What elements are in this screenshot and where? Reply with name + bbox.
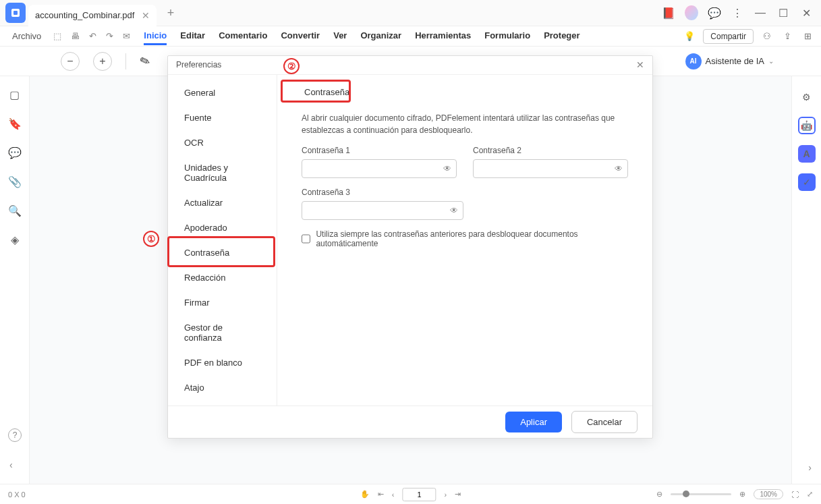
highlighter-icon[interactable]: ✎ [138,53,152,70]
cancel-button[interactable]: Cancelar [571,411,638,433]
comment-panel-icon[interactable]: 💬 [8,146,22,159]
password-2-input[interactable] [473,159,628,178]
zoom-out-status-icon[interactable]: ⊖ [656,490,662,499]
eye-icon[interactable]: 👁 [443,164,451,173]
nav-left-chevron[interactable]: ‹ [9,459,13,470]
prev-page-icon[interactable]: ‹ [392,491,395,499]
fit-width-icon[interactable]: ⛶ [791,491,799,499]
first-page-icon[interactable]: ⇤ [378,490,384,499]
tab-herramientas[interactable]: Herramientas [415,28,471,45]
undo-icon[interactable]: ↶ [89,31,96,41]
auto-unlock-label: Utiliza siempre las contraseñas anterior… [316,229,628,248]
window-controls: 📕 💬 ⋮ — ☐ ✕ [662,6,821,20]
pref-contrasena[interactable]: Contraseña [168,240,277,265]
canvas-size-label: 0 X 0 [8,491,26,499]
zoom-out-button[interactable]: − [61,52,80,71]
tab-inicio[interactable]: Inicio [144,28,167,45]
tab-ver[interactable]: Ver [333,28,347,45]
pref-pdf-blanco[interactable]: PDF en blanco [168,350,277,375]
dialog-footer: Aplicar Cancelar [168,405,652,438]
close-window-icon[interactable]: ✕ [799,6,813,20]
nav-right-chevron[interactable]: › [808,462,812,473]
page-icon[interactable]: ▢ [9,88,20,101]
new-tab-button[interactable]: + [161,3,181,23]
dialog-content: Contraseña Al abrir cualquier documento … [277,75,652,405]
help-button[interactable]: ? [8,428,22,442]
cloud-upload-icon[interactable]: ⇪ [781,30,794,43]
layers-icon[interactable]: ◈ [11,233,19,246]
grid-icon[interactable]: ⊞ [801,30,814,43]
dialog-header: Preferencias ✕ [168,56,652,75]
tab-formulario[interactable]: Formulario [484,28,530,45]
pref-ocr[interactable]: OCR [168,130,277,155]
search-icon[interactable]: 🔍 [8,204,22,217]
pref-unidades[interactable]: Unidades y Cuadrícula [168,155,277,190]
tab-organizar[interactable]: Organizar [360,28,401,45]
last-page-icon[interactable]: ⇥ [455,490,461,499]
attachment-icon[interactable]: 📎 [8,175,22,188]
sidebar-left: ▢ 🔖 💬 📎 🔍 ◈ [0,76,30,484]
mail-icon[interactable]: ✉ [123,31,130,41]
zoom-percent-label[interactable]: 100% [754,489,783,499]
svg-rect-1 [13,11,18,15]
zoom-in-status-icon[interactable]: ⊕ [739,490,745,499]
print-icon[interactable]: 🖶 [71,31,80,41]
password-1-field: Contraseña 1 👁 [302,146,457,178]
pref-firmar[interactable]: Firmar [168,290,277,315]
pref-redaccion[interactable]: Redacción [168,265,277,290]
lightbulb-icon[interactable]: 💡 [683,30,696,43]
bookmark-icon[interactable]: 🔖 [8,117,22,130]
tab-editar[interactable]: Editar [180,28,205,45]
minimize-icon[interactable]: — [754,6,767,20]
password-1-input[interactable] [302,159,457,178]
sliders-icon[interactable]: ⚙ [798,88,816,106]
dialog-title: Preferencias [176,60,221,69]
pref-gestor[interactable]: Gestor de confianza [168,315,277,350]
more-icon[interactable]: ⋮ [731,6,744,20]
book-icon[interactable]: 📕 [662,6,675,20]
share-button[interactable]: Compartir [703,29,754,44]
ai-panel-icon[interactable]: A [798,145,816,163]
page-number-input[interactable] [403,488,436,501]
quick-toolbar: ⬚ 🖶 ↶ ↷ ✉ [53,31,130,41]
document-tab[interactable]: accounting_Combinar.pdf ✕ [28,5,157,26]
next-page-icon[interactable]: › [445,491,447,499]
menu-right: 💡 Compartir ⚇ ⇪ ⊞ [683,29,814,44]
menu-archivo[interactable]: Archivo [7,28,47,44]
pref-actualizar[interactable]: Actualizar [168,190,277,215]
eye-icon[interactable]: 👁 [450,206,458,215]
zoom-in-button[interactable]: + [93,52,112,71]
tab-comentario[interactable]: Comentario [219,28,267,45]
pref-fuente[interactable]: Fuente [168,105,277,130]
auto-unlock-checkbox[interactable] [302,234,310,244]
ai-badge-icon: AI [685,53,702,69]
open-icon[interactable]: ⬚ [53,31,61,41]
avatar-icon[interactable] [685,6,698,20]
zoom-slider[interactable] [671,493,731,495]
eye-icon[interactable]: 👁 [615,164,623,173]
redo-icon[interactable]: ↷ [106,31,113,41]
menubar: Archivo ⬚ 🖶 ↶ ↷ ✉ Inicio Editar Comentar… [0,26,821,47]
pref-general[interactable]: General [168,80,277,105]
maximize-icon[interactable]: ☐ [776,6,790,20]
password-2-label: Contraseña 2 [473,146,628,155]
apply-button[interactable]: Aplicar [505,412,562,432]
chat-icon[interactable]: 💬 [708,6,721,20]
tab-convertir[interactable]: Convertir [281,28,320,45]
dialog-close-icon[interactable]: ✕ [636,59,644,70]
pref-atajo[interactable]: Atajo [168,375,277,400]
fullscreen-icon[interactable]: ⤢ [807,490,813,499]
check-icon[interactable]: ✓ [798,173,816,191]
pref-apoderado[interactable]: Apoderado [168,215,277,240]
zoom-controls: ⊖ ⊕ 100% ⛶ ⤢ [656,489,813,499]
connect-icon[interactable]: ⚇ [760,30,774,43]
password-3-input[interactable] [302,201,463,220]
sidebar-right: ⚙ 🤖 A ✓ [791,76,821,484]
robot-face-icon[interactable]: 🤖 [798,117,816,134]
hand-tool-icon[interactable]: ✋ [360,490,370,499]
close-tab-icon[interactable]: ✕ [142,10,150,21]
tab-proteger[interactable]: Proteger [544,28,579,45]
ai-assistant-button[interactable]: AI Asistente de IA ⌄ [685,53,774,69]
page-nav: ✋ ⇤ ‹ › ⇥ [360,488,461,501]
password-2-field: Contraseña 2 👁 [473,146,628,178]
